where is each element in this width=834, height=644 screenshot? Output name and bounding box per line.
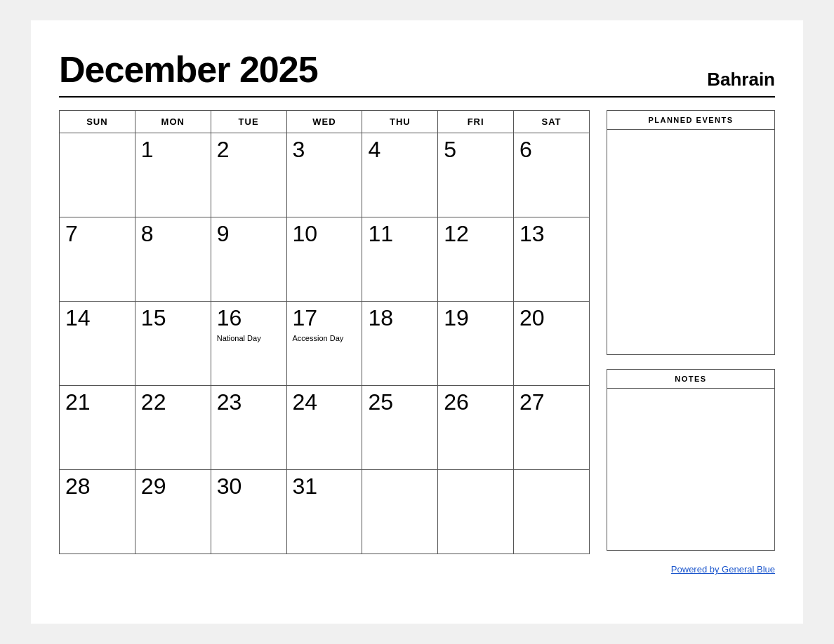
day-number: 13 [519, 222, 583, 246]
calendar-cell: 13 [514, 217, 590, 302]
col-sat: SAT [514, 111, 590, 133]
calendar-cell: 27 [514, 386, 590, 470]
page-header: December 2025 Bahrain [59, 48, 775, 98]
day-number: 10 [293, 222, 357, 246]
calendar-cell: 21 [60, 386, 135, 470]
planned-events-box: PLANNED EVENTS [607, 110, 775, 355]
planned-events-body [607, 130, 774, 354]
day-number: 11 [368, 222, 432, 246]
calendar-cell: 7 [60, 217, 135, 302]
calendar-cell: 8 [135, 217, 211, 302]
month-year-title: December 2025 [59, 48, 318, 90]
col-tue: TUE [211, 111, 286, 133]
day-number: 7 [65, 222, 129, 246]
calendar-page: December 2025 Bahrain SUN MON TUE WED TH… [31, 20, 803, 624]
calendar-cell: 22 [135, 386, 211, 470]
notes-header: NOTES [607, 370, 774, 389]
day-number: 16 [217, 306, 281, 330]
day-number: 8 [141, 222, 205, 246]
calendar-cell: 31 [286, 470, 362, 554]
day-number: 28 [65, 474, 129, 499]
calendar-cell: 28 [60, 470, 135, 554]
holiday-label: National Day [217, 333, 281, 343]
calendar-cell: 10 [286, 217, 362, 302]
day-number: 17 [293, 306, 357, 330]
powered-by-link[interactable]: Powered by General Blue [671, 564, 775, 575]
calendar-cell: 11 [362, 217, 438, 302]
powered-by-footer: Powered by General Blue [59, 564, 775, 575]
calendar-cell [362, 470, 438, 554]
day-number: 30 [217, 474, 281, 499]
calendar-cell [438, 470, 514, 554]
calendar-row: 141516National Day17Accession Day181920 [60, 302, 590, 386]
calendar-cell: 15 [135, 302, 211, 386]
calendar-cell: 23 [211, 386, 286, 470]
day-number: 18 [368, 306, 432, 330]
day-number: 3 [293, 137, 357, 162]
calendar-row: 78910111213 [60, 217, 590, 302]
sidebar-section: PLANNED EVENTS NOTES [607, 110, 775, 554]
calendar-table: SUN MON TUE WED THU FRI SAT 123456789101… [59, 110, 590, 554]
calendar-cell [514, 470, 590, 554]
calendar-cell: 17Accession Day [286, 302, 362, 386]
country-title: Bahrain [707, 69, 775, 90]
calendar-header-row: SUN MON TUE WED THU FRI SAT [60, 111, 590, 133]
col-mon: MON [135, 111, 211, 133]
day-number: 5 [444, 137, 508, 162]
calendar-cell: 1 [135, 133, 211, 217]
day-number: 1 [141, 137, 205, 162]
calendar-cell: 19 [438, 302, 514, 386]
calendar-row: 21222324252627 [60, 386, 590, 470]
calendar-cell: 24 [286, 386, 362, 470]
calendar-row: 28293031 [60, 470, 590, 554]
day-number: 2 [217, 137, 281, 162]
calendar-cell: 16National Day [211, 302, 286, 386]
day-number: 12 [444, 222, 508, 246]
calendar-cell: 30 [211, 470, 286, 554]
day-number: 24 [293, 390, 357, 415]
day-number: 22 [141, 390, 205, 415]
day-number: 27 [519, 390, 583, 415]
calendar-cell: 26 [438, 386, 514, 470]
col-sun: SUN [60, 111, 135, 133]
calendar-cell: 3 [286, 133, 362, 217]
calendar-cell: 25 [362, 386, 438, 470]
day-number: 21 [65, 390, 129, 415]
day-number: 15 [141, 306, 205, 330]
day-number: 31 [293, 474, 357, 499]
day-number: 25 [368, 390, 432, 415]
notes-box: NOTES [607, 369, 775, 551]
calendar-cell: 12 [438, 217, 514, 302]
calendar-cell: 14 [60, 302, 135, 386]
day-number: 4 [368, 137, 432, 162]
main-layout: SUN MON TUE WED THU FRI SAT 123456789101… [59, 110, 775, 554]
day-number: 19 [444, 306, 508, 330]
calendar-cell: 20 [514, 302, 590, 386]
calendar-row: 123456 [60, 133, 590, 217]
calendar-cell: 6 [514, 133, 590, 217]
day-number: 9 [217, 222, 281, 246]
calendar-cell: 29 [135, 470, 211, 554]
col-wed: WED [286, 111, 362, 133]
col-fri: FRI [438, 111, 514, 133]
day-number: 14 [65, 306, 129, 330]
notes-body [607, 389, 774, 550]
calendar-cell: 18 [362, 302, 438, 386]
day-number: 20 [519, 306, 583, 330]
calendar-cell: 2 [211, 133, 286, 217]
day-number: 29 [141, 474, 205, 499]
planned-events-header: PLANNED EVENTS [607, 111, 774, 130]
calendar-cell: 4 [362, 133, 438, 217]
day-number: 6 [519, 137, 583, 162]
calendar-cell: 9 [211, 217, 286, 302]
day-number: 23 [217, 390, 281, 415]
holiday-label: Accession Day [293, 333, 357, 343]
calendar-cell [60, 133, 135, 217]
calendar-cell: 5 [438, 133, 514, 217]
day-number: 26 [444, 390, 508, 415]
col-thu: THU [362, 111, 438, 133]
calendar-section: SUN MON TUE WED THU FRI SAT 123456789101… [59, 110, 590, 554]
